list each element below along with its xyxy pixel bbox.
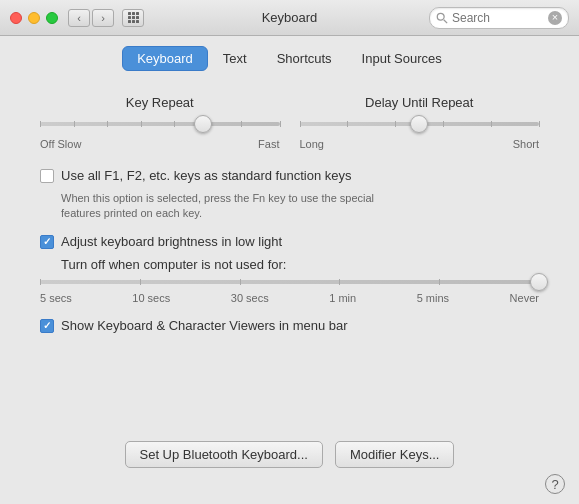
delay-repeat-sublabels: Long Short xyxy=(300,138,540,150)
show-viewer-label: Show Keyboard & Character Viewers in men… xyxy=(61,318,348,333)
search-box[interactable] xyxy=(429,7,569,29)
grid-icon xyxy=(128,12,139,23)
fn-keys-row: Use all F1, F2, etc. keys as standard fu… xyxy=(40,168,539,183)
time-slider-group: 5 secs 10 secs 30 secs 1 min 5 mins Neve… xyxy=(40,280,539,304)
fn-keys-subtext: When this option is selected, press the … xyxy=(61,191,539,222)
forward-button[interactable]: › xyxy=(92,9,114,27)
svg-point-0 xyxy=(437,13,444,20)
delay-repeat-label: Delay Until Repeat xyxy=(300,95,540,110)
title-bar: ‹ › Keyboard xyxy=(0,0,579,36)
brightness-checkbox[interactable] xyxy=(40,235,54,249)
brightness-section: Adjust keyboard brightness in low light … xyxy=(40,234,539,304)
bluetooth-keyboard-button[interactable]: Set Up Bluetooth Keyboard... xyxy=(125,441,323,468)
fn-keys-label: Use all F1, F2, etc. keys as standard fu… xyxy=(61,168,351,183)
show-viewer-row: Show Keyboard & Character Viewers in men… xyxy=(40,318,539,333)
time-label-3: 1 min xyxy=(329,292,356,304)
key-repeat-group: Key Repeat Off Slow Fast xyxy=(40,95,280,150)
search-clear-button[interactable] xyxy=(548,11,562,25)
bottom-bar: Set Up Bluetooth Keyboard... Modifier Ke… xyxy=(0,441,579,468)
time-slider-thumb[interactable] xyxy=(530,273,548,291)
apps-grid-button[interactable] xyxy=(122,9,144,27)
search-icon xyxy=(436,12,448,24)
tab-text[interactable]: Text xyxy=(208,46,262,71)
key-repeat-label: Key Repeat xyxy=(40,95,280,110)
delay-repeat-min-label: Long xyxy=(300,138,324,150)
search-input[interactable] xyxy=(452,11,548,25)
delay-repeat-thumb[interactable] xyxy=(410,115,428,133)
back-button[interactable]: ‹ xyxy=(68,9,90,27)
maximize-button[interactable] xyxy=(46,12,58,24)
time-label-5: Never xyxy=(510,292,539,304)
delay-repeat-group: Delay Until Repeat Long Short xyxy=(300,95,540,150)
brightness-row: Adjust keyboard brightness in low light xyxy=(40,234,539,249)
key-repeat-max-label: Fast xyxy=(258,138,279,150)
tab-input-sources[interactable]: Input Sources xyxy=(347,46,457,71)
tab-keyboard[interactable]: Keyboard xyxy=(122,46,208,71)
delay-repeat-track xyxy=(300,122,540,126)
window-title: Keyboard xyxy=(262,10,318,25)
fn-keys-checkbox[interactable] xyxy=(40,169,54,183)
minimize-button[interactable] xyxy=(28,12,40,24)
nav-buttons: ‹ › xyxy=(68,9,114,27)
brightness-label: Adjust keyboard brightness in low light xyxy=(61,234,282,249)
time-label-0: 5 secs xyxy=(40,292,72,304)
tab-bar: Keyboard Text Shortcuts Input Sources xyxy=(0,36,579,79)
key-repeat-thumb[interactable] xyxy=(194,115,212,133)
tab-shortcuts[interactable]: Shortcuts xyxy=(262,46,347,71)
content-area: Key Repeat Off Slow Fast xyxy=(0,79,579,357)
turn-off-label: Turn off when computer is not used for: xyxy=(61,257,539,272)
time-slider-sublabels: 5 secs 10 secs 30 secs 1 min 5 mins Neve… xyxy=(40,292,539,304)
delay-repeat-max-label: Short xyxy=(513,138,539,150)
sliders-row: Key Repeat Off Slow Fast xyxy=(40,95,539,150)
key-repeat-slider-container xyxy=(40,122,280,126)
modifier-keys-button[interactable]: Modifier Keys... xyxy=(335,441,455,468)
help-button[interactable]: ? xyxy=(545,474,565,494)
svg-line-1 xyxy=(444,19,447,22)
delay-repeat-slider-container xyxy=(300,122,540,126)
show-viewer-checkbox[interactable] xyxy=(40,319,54,333)
time-slider-track xyxy=(40,280,539,284)
traffic-lights xyxy=(10,12,58,24)
close-button[interactable] xyxy=(10,12,22,24)
time-label-2: 30 secs xyxy=(231,292,269,304)
key-repeat-track xyxy=(40,122,280,126)
time-label-1: 10 secs xyxy=(132,292,170,304)
key-repeat-min-label: Off Slow xyxy=(40,138,81,150)
time-label-4: 5 mins xyxy=(417,292,449,304)
key-repeat-sublabels: Off Slow Fast xyxy=(40,138,280,150)
